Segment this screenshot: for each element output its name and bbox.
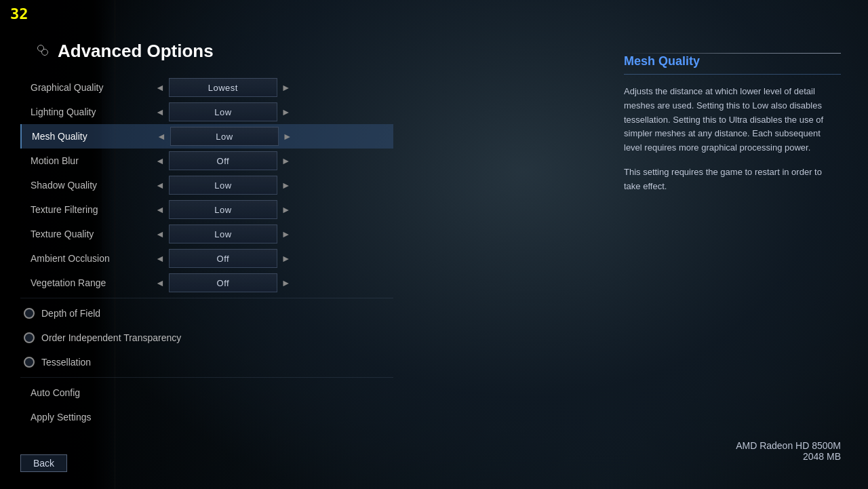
setting-label-mesh-quality: Mesh Quality [25, 131, 154, 142]
arrow-right-lighting-quality[interactable]: ► [279, 106, 294, 118]
toggle-label-order-independent-transparency: Order Independent Transparency [41, 332, 181, 343]
toggle-circle-depth-of-field [24, 308, 35, 319]
value-texture-quality: Low [169, 224, 277, 243]
toggle-circle-tessellation [24, 357, 35, 368]
setting-control-texture-filtering: ◄ Low ► [153, 200, 294, 219]
setting-label-shadow-quality: Shadow Quality [24, 180, 153, 191]
setting-row-motion-blur[interactable]: Motion Blur ◄ Off ► [20, 149, 393, 173]
setting-label-lighting-quality: Lighting Quality [24, 106, 153, 117]
auto-config-label: Auto Config [31, 387, 80, 398]
gpu-info: AMD Radeon HD 8500M 2048 MB [736, 440, 841, 462]
setting-control-motion-blur: ◄ Off ► [153, 151, 294, 170]
arrow-right-texture-quality[interactable]: ► [279, 228, 294, 240]
separator-1 [20, 298, 393, 298]
settings-panel: Advanced Options Graphical Quality ◄ Low… [20, 41, 393, 429]
setting-label-texture-quality: Texture Quality [24, 229, 153, 239]
back-button[interactable]: Back [20, 454, 67, 472]
arrow-left-shadow-quality[interactable]: ◄ [153, 179, 167, 191]
setting-row-mesh-quality[interactable]: Mesh Quality ◄ Low ► [20, 124, 393, 149]
setting-row-ambient-occlusion[interactable]: Ambient Occlusion ◄ Off ► [20, 246, 393, 271]
arrow-right-graphical-quality[interactable]: ► [279, 81, 294, 94]
info-restart-notice: This setting requires the game to restar… [624, 165, 841, 194]
arrow-right-motion-blur[interactable]: ► [279, 155, 294, 167]
setting-control-mesh-quality: ◄ Low ► [154, 127, 295, 146]
auto-config-row[interactable]: Auto Config [20, 380, 393, 405]
panel-title-text: Advanced Options [58, 41, 214, 62]
setting-control-shadow-quality: ◄ Low ► [153, 176, 294, 195]
value-motion-blur: Off [169, 151, 277, 170]
arrow-left-motion-blur[interactable]: ◄ [153, 155, 167, 167]
toggle-row-order-independent-transparency[interactable]: Order Independent Transparency [20, 326, 393, 350]
setting-label-motion-blur: Motion Blur [24, 155, 153, 166]
setting-label-ambient-occlusion: Ambient Occlusion [24, 253, 153, 264]
toggle-row-tessellation[interactable]: Tessellation [20, 350, 393, 374]
arrow-right-mesh-quality[interactable]: ► [280, 130, 295, 142]
value-graphical-quality: Lowest [169, 78, 277, 97]
info-description: Adjusts the distance at which lower leve… [624, 85, 841, 155]
fps-counter: 32 [10, 5, 28, 22]
separator-2 [20, 377, 393, 378]
info-title: Mesh Quality [624, 54, 841, 75]
value-lighting-quality: Low [169, 102, 277, 121]
apply-settings-row[interactable]: Apply Settings [20, 405, 393, 429]
value-mesh-quality: Low [170, 127, 279, 146]
toggle-circle-order-independent-transparency [24, 332, 35, 343]
gpu-vram: 2048 MB [736, 451, 841, 462]
arrow-right-ambient-occlusion[interactable]: ► [279, 252, 294, 265]
arrow-left-vegetation-range[interactable]: ◄ [153, 277, 167, 289]
setting-label-vegetation-range: Vegetation Range [24, 277, 153, 288]
setting-label-texture-filtering: Texture Filtering [24, 204, 153, 215]
value-ambient-occlusion: Off [169, 249, 277, 268]
arrow-right-texture-filtering[interactable]: ► [279, 203, 294, 216]
setting-control-texture-quality: ◄ Low ► [153, 224, 294, 243]
toggle-label-depth-of-field: Depth of Field [41, 308, 100, 319]
setting-label-graphical-quality: Graphical Quality [24, 82, 153, 93]
setting-row-shadow-quality[interactable]: Shadow Quality ◄ Low ► [20, 173, 393, 197]
apply-settings-label: Apply Settings [31, 412, 92, 423]
value-vegetation-range: Off [169, 273, 277, 292]
setting-row-texture-filtering[interactable]: Texture Filtering ◄ Low ► [20, 197, 393, 222]
arrow-left-graphical-quality[interactable]: ◄ [153, 81, 167, 94]
setting-row-texture-quality[interactable]: Texture Quality ◄ Low ► [20, 222, 393, 246]
setting-control-ambient-occlusion: ◄ Off ► [153, 249, 294, 268]
info-panel: Mesh Quality Adjusts the distance at whi… [624, 54, 841, 194]
setting-row-vegetation-range[interactable]: Vegetation Range ◄ Off ► [20, 271, 393, 295]
arrow-left-mesh-quality[interactable]: ◄ [154, 130, 169, 142]
panel-title: Advanced Options [20, 41, 393, 62]
value-texture-filtering: Low [169, 200, 277, 219]
setting-row-lighting-quality[interactable]: Lighting Quality ◄ Low ► [20, 100, 393, 124]
arrow-left-texture-filtering[interactable]: ◄ [153, 203, 167, 216]
panel-icon [37, 45, 51, 58]
decorative-line [624, 53, 841, 54]
arrow-left-lighting-quality[interactable]: ◄ [153, 106, 167, 118]
arrow-right-shadow-quality[interactable]: ► [279, 179, 294, 191]
setting-control-graphical-quality: ◄ Lowest ► [153, 78, 294, 97]
gpu-name: AMD Radeon HD 8500M [736, 440, 841, 451]
setting-row-graphical-quality[interactable]: Graphical Quality ◄ Lowest ► [20, 75, 393, 100]
settings-list: Graphical Quality ◄ Lowest ► Lighting Qu… [20, 75, 393, 429]
toggle-row-depth-of-field[interactable]: Depth of Field [20, 301, 393, 326]
arrow-left-ambient-occlusion[interactable]: ◄ [153, 252, 167, 265]
setting-control-vegetation-range: ◄ Off ► [153, 273, 294, 292]
value-shadow-quality: Low [169, 176, 277, 195]
arrow-left-texture-quality[interactable]: ◄ [153, 228, 167, 240]
toggle-label-tessellation: Tessellation [41, 357, 91, 368]
setting-control-lighting-quality: ◄ Low ► [153, 102, 294, 121]
arrow-right-vegetation-range[interactable]: ► [279, 277, 294, 289]
